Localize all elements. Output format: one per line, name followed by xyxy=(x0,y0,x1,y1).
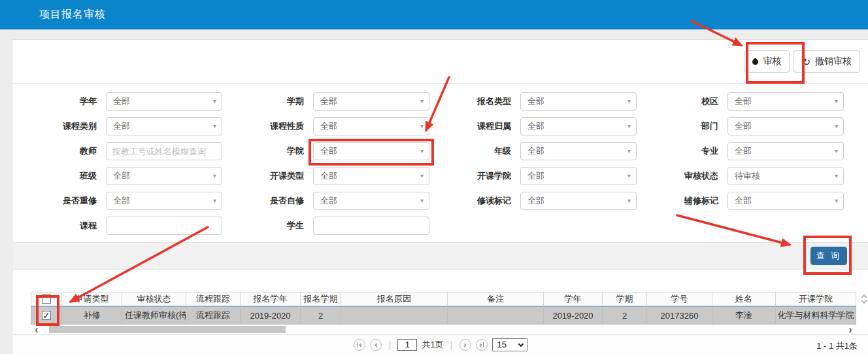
ink-drop-icon xyxy=(752,58,760,66)
review-button[interactable]: 审核 xyxy=(744,50,790,73)
table-row[interactable]: ✓ 补修 任课教师审核(待审核) 流程跟踪 2019-2020 2 2019-2… xyxy=(31,306,856,325)
campus-select[interactable]: 全部▾ xyxy=(727,92,844,111)
col-process[interactable]: 流程跟踪 xyxy=(186,292,241,306)
cell-remark xyxy=(448,306,544,325)
record-range-label: 1 - 1 共1条 xyxy=(816,340,858,352)
class-select[interactable]: 全部▾ xyxy=(106,167,222,185)
cell-name: 李淦 xyxy=(712,306,776,325)
check-icon: ✓ xyxy=(43,311,50,320)
chevron-down-icon: ▾ xyxy=(213,172,216,179)
review-button-label: 审核 xyxy=(763,56,781,67)
chevron-down-icon: ▾ xyxy=(213,122,216,130)
chevron-down-icon: ▾ xyxy=(835,97,838,105)
page-number-input[interactable] xyxy=(397,339,417,351)
cell-term: 2 xyxy=(603,306,647,325)
data-table: 申请类型 审核状态 流程跟踪 报名学年 报名学期 报名原因 备注 学年 学期 学… xyxy=(31,292,856,325)
pager-separator: | xyxy=(448,339,455,350)
page-size-select[interactable]: 15 xyxy=(492,338,527,351)
table-scroll-icons xyxy=(859,292,868,306)
review-status-select[interactable]: 待审核▾ xyxy=(727,167,844,185)
cell-college: 化学与材料科学学院 xyxy=(776,306,856,325)
next-page-icon: › xyxy=(463,340,466,349)
horizontal-scrollbar: ‹ › xyxy=(31,325,856,334)
filter-form: 学年 全部▾ 学期 全部▾ 报名类型 全部▾ 校区 全部▾ 课程类别 全部▾ 课… xyxy=(18,84,868,238)
page-title: 项目报名审核 xyxy=(39,8,106,22)
course-belong-label: 课程归属 xyxy=(433,120,511,132)
col-college[interactable]: 开课学院 xyxy=(776,292,856,306)
cell-apply-year: 2019-2020 xyxy=(241,306,301,325)
academic-year-select[interactable]: 全部▾ xyxy=(106,92,222,111)
col-student-id[interactable]: 学号 xyxy=(647,292,712,306)
offering-type-select[interactable]: 全部▾ xyxy=(313,167,429,185)
scroll-left-icon[interactable]: ‹ xyxy=(31,325,42,335)
main-panel: 审核 ↻ 撤销审核 学年 全部▾ 学期 全部▾ 报名类型 全部▾ 校区 全部▾ … xyxy=(13,39,868,354)
undo-review-button[interactable]: ↻ 撤销审核 xyxy=(793,50,860,73)
chevron-down-icon: ▾ xyxy=(627,147,631,154)
first-page-button[interactable]: ‹ xyxy=(354,339,365,351)
department-select[interactable]: 全部▾ xyxy=(727,117,844,135)
self-study-select[interactable]: 全部▾ xyxy=(313,192,429,210)
last-page-icon: › xyxy=(479,340,482,349)
grade-label: 年级 xyxy=(433,145,511,157)
row-checkbox[interactable]: ✓ xyxy=(42,311,51,320)
col-review-status[interactable]: 审核状态 xyxy=(122,292,186,306)
prev-page-icon: ‹ xyxy=(375,340,377,349)
offering-college-select[interactable]: 全部▾ xyxy=(520,167,637,185)
class-label: 班级 xyxy=(18,170,97,182)
major-select[interactable]: 全部▾ xyxy=(727,142,844,160)
next-page-button[interactable]: › xyxy=(459,339,471,351)
undo-review-button-label: 撤销审核 xyxy=(815,56,852,67)
retake-select[interactable]: 全部▾ xyxy=(106,192,222,210)
col-apply-reason[interactable]: 报名原因 xyxy=(341,292,448,306)
chevron-down-icon: ▾ xyxy=(420,147,424,154)
refresh-icon: ↻ xyxy=(802,57,810,67)
col-apply-term[interactable]: 报名学期 xyxy=(301,292,341,306)
page-size-value: 15 xyxy=(497,340,507,349)
apply-type-label: 报名类型 xyxy=(433,96,511,107)
course-category-select[interactable]: 全部▾ xyxy=(106,117,222,135)
retake-label: 是否重修 xyxy=(18,195,97,207)
chevron-down-icon: ▾ xyxy=(420,97,424,105)
total-pages-label: 共1页 xyxy=(422,339,443,351)
chevron-down-icon: ▾ xyxy=(835,172,838,179)
select-all-checkbox[interactable] xyxy=(42,294,51,304)
col-remark[interactable]: 备注 xyxy=(448,292,544,306)
study-mark-select[interactable]: 全部▾ xyxy=(520,192,637,210)
minor-mark-select[interactable]: 全部▾ xyxy=(727,192,844,210)
scrollbar-thumb[interactable] xyxy=(49,326,286,333)
grade-select[interactable]: 全部▾ xyxy=(520,142,637,160)
prev-page-button[interactable]: ‹ xyxy=(370,339,382,351)
col-apply-year[interactable]: 报名学年 xyxy=(241,292,301,306)
offering-college-label: 开课学院 xyxy=(433,170,511,182)
col-apply-type[interactable]: 申请类型 xyxy=(62,292,122,306)
major-label: 专业 xyxy=(640,145,718,157)
cell-apply-reason xyxy=(341,306,448,325)
pagination-bar: ‹ ‹ | 共1页 | › › 15 1 - 1 共1条 xyxy=(13,334,868,354)
term-select[interactable]: 全部▾ xyxy=(313,92,429,111)
last-page-button[interactable]: › xyxy=(476,339,488,351)
review-status-label: 审核状态 xyxy=(640,170,718,182)
college-select[interactable]: 全部▾ xyxy=(313,142,429,160)
campus-label: 校区 xyxy=(640,96,718,107)
col-name[interactable]: 姓名 xyxy=(712,292,776,306)
chevron-down-icon: ▾ xyxy=(627,97,631,105)
student-input[interactable] xyxy=(313,217,429,235)
col-term[interactable]: 学期 xyxy=(603,292,647,306)
scroll-down-icon[interactable] xyxy=(861,298,867,304)
course-belong-select[interactable]: 全部▾ xyxy=(520,117,637,135)
chevron-down-icon: ▾ xyxy=(213,97,216,105)
course-nature-select[interactable]: 全部▾ xyxy=(313,117,429,135)
teacher-input[interactable] xyxy=(106,142,222,160)
course-input[interactable] xyxy=(106,217,222,235)
process-track-link[interactable]: 流程跟踪 xyxy=(186,306,241,325)
chevron-down-icon: ▾ xyxy=(835,147,838,154)
query-button[interactable]: 查 询 xyxy=(810,247,847,265)
query-button-label: 查 询 xyxy=(816,250,842,262)
chevron-down-icon: ▾ xyxy=(627,172,631,179)
pager-separator: | xyxy=(386,339,393,350)
chevron-down-icon: ▾ xyxy=(420,122,424,130)
apply-type-select[interactable]: 全部▾ xyxy=(520,92,637,111)
minor-mark-label: 辅修标记 xyxy=(640,195,718,207)
scroll-right-icon[interactable]: › xyxy=(844,325,856,335)
col-year[interactable]: 学年 xyxy=(544,292,603,306)
